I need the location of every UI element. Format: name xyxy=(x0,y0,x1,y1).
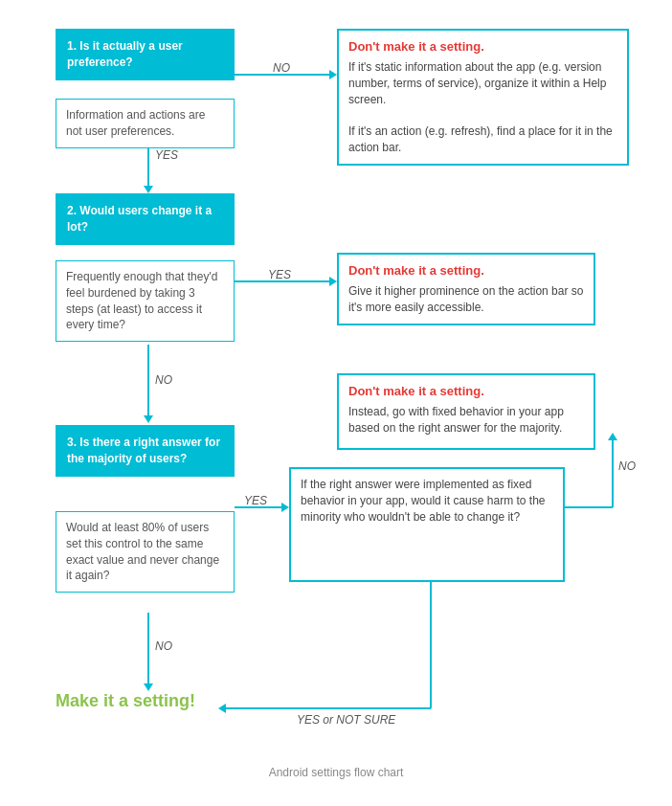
question-3-info: Would at least 80% of users set this con… xyxy=(56,511,235,593)
svg-marker-3 xyxy=(329,70,337,79)
diagram-container: 1. Is it actually a user preference? Inf… xyxy=(0,0,672,806)
label-yes-3: YES xyxy=(244,494,267,507)
result-2-box: Don't make it a setting. Give it higher … xyxy=(337,253,595,325)
result-1-box: Don't make it a setting. If it's static … xyxy=(337,29,629,166)
label-yes-2: YES xyxy=(268,268,291,281)
label-no-4: NO xyxy=(618,459,636,473)
svg-marker-14 xyxy=(144,683,153,691)
svg-marker-7 xyxy=(329,277,337,286)
question-2-info-text: Frequently enough that they'd feel burde… xyxy=(66,270,217,331)
svg-marker-12 xyxy=(608,433,617,440)
result-2-body: Give it higher prominence on the action … xyxy=(348,283,584,316)
caption: Android settings flow chart xyxy=(191,766,481,779)
label-yes-1: YES xyxy=(155,148,178,162)
label-no-3: NO xyxy=(155,639,172,653)
result-3-body: Instead, go with fixed behavior in your … xyxy=(348,404,584,437)
question-1-info: Information and actions are not user pre… xyxy=(56,99,235,148)
svg-marker-9 xyxy=(281,503,289,512)
question-2-box: 2. Would users change it a lot? xyxy=(56,193,235,245)
result-3-title: Don't make it a setting. xyxy=(348,383,584,400)
question-1-title: 1. Is it actually a user preference? xyxy=(67,39,183,69)
svg-marker-1 xyxy=(144,186,153,193)
svg-marker-17 xyxy=(218,704,226,713)
result-1-title: Don't make it a setting. xyxy=(348,38,617,56)
label-no-1: NO xyxy=(273,61,290,75)
result-4-body: If the right answer were implemented as … xyxy=(301,477,553,525)
label-no-2: NO xyxy=(155,373,172,387)
result-1-body: If it's static information about the app… xyxy=(348,59,617,156)
label-yes-or-not-sure: YES or NOT SURE xyxy=(297,713,395,727)
question-1-box: 1. Is it actually a user preference? xyxy=(56,29,235,80)
question-3-box: 3. Is there a right answer for the major… xyxy=(56,425,235,477)
result-4-box: If the right answer were implemented as … xyxy=(289,467,565,582)
question-2-info: Frequently enough that they'd feel burde… xyxy=(56,260,235,342)
result-3-box: Don't make it a setting. Instead, go wit… xyxy=(337,373,595,450)
result-2-title: Don't make it a setting. xyxy=(348,262,584,280)
question-3-title: 3. Is there a right answer for the major… xyxy=(67,436,220,465)
question-3-info-text: Would at least 80% of users set this con… xyxy=(66,521,219,582)
svg-marker-5 xyxy=(144,415,153,423)
question-2-title: 2. Would users change it a lot? xyxy=(67,204,212,234)
question-1-info-text: Information and actions are not user pre… xyxy=(66,108,205,138)
make-setting-label: Make it a setting! xyxy=(56,691,195,711)
